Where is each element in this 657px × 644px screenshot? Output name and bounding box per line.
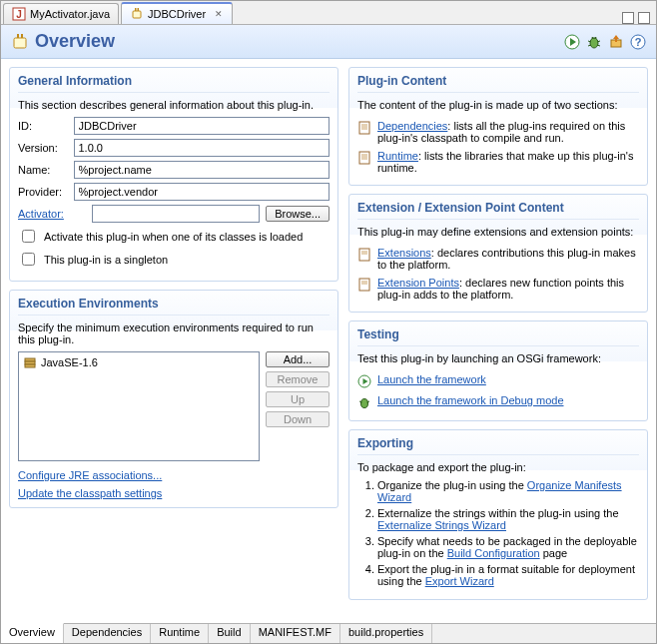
plugin-icon [130,7,144,21]
svg-rect-25 [359,122,369,134]
extension-points-link[interactable]: Extension Points [377,277,459,289]
svg-rect-36 [359,279,369,291]
svg-rect-3 [135,8,137,11]
svg-point-10 [590,38,598,48]
id-label: ID: [18,120,74,132]
svg-rect-4 [138,8,140,11]
svg-point-41 [361,399,368,408]
page-title: Overview [35,31,115,52]
tab-build-properties[interactable]: build.properties [340,624,432,643]
list-item: Externalize the strings within the plug-… [377,507,639,531]
browse-button[interactable]: Browse... [266,206,329,222]
item-text: Dependencies: lists all the plug-ins req… [377,120,639,144]
debug-icon [357,395,371,409]
add-button[interactable]: Add... [266,351,329,367]
section-title: Extension / Extension Point Content [357,201,639,220]
list-item: Export the plug-in in a format suitable … [377,563,639,587]
item-text: Extension Points: declares new function … [377,277,639,301]
section-title: Exporting [357,436,639,455]
svg-point-15 [592,37,594,39]
extension-content-section: Extension / Extension Point Content This… [348,194,648,313]
dependencies-link[interactable]: Dependencies [377,120,447,132]
page-icon [357,151,371,165]
launch-link[interactable]: Launch the framework [377,373,486,385]
remove-button[interactable]: Remove [266,371,329,387]
svg-rect-24 [25,364,35,367]
plugin-icon [11,33,29,51]
extensions-link[interactable]: Extensions [377,247,431,259]
tab-build[interactable]: Build [209,624,250,643]
run-icon [357,374,371,388]
testing-section: Testing Test this plug-in by launching a… [348,321,648,421]
down-button[interactable]: Down [266,411,329,427]
externalize-strings-link[interactable]: Externalize Strings Wizard [377,519,506,531]
section-title: Testing [357,327,639,346]
page-icon [357,278,371,292]
page-icon [357,248,371,262]
section-title: Plug-in Content [357,74,639,93]
name-label: Name: [18,164,74,176]
export-wizard-link[interactable]: Export Wizard [425,575,494,587]
svg-rect-6 [17,34,19,38]
section-title: General Information [18,74,329,93]
tab-manifest[interactable]: MANIFEST.MF [251,624,340,643]
version-label: Version: [18,142,74,154]
tab-runtime[interactable]: Runtime [151,624,209,643]
tab-dependencies[interactable]: Dependencies [64,624,151,643]
provider-field[interactable] [74,183,330,201]
list-item[interactable]: JavaSE-1.6 [21,354,257,370]
provider-label: Provider: [18,186,74,198]
minimize-icon[interactable] [622,12,634,24]
svg-rect-33 [359,249,369,261]
section-desc: To package and export the plug-in: [357,461,639,473]
export-icon[interactable] [608,34,624,50]
activate-label: Activate this plug-in when one of its cl… [44,231,303,243]
page-icon [357,121,371,135]
maximize-icon[interactable] [638,12,650,24]
editor-tabs: J MyActivator.java JDBCDriver ✕ [1,1,656,25]
export-steps: Organize the plug-in using the Organize … [377,479,639,587]
debug-icon[interactable] [586,34,602,50]
editor-tab-jdbcdriver[interactable]: JDBCDriver ✕ [121,2,233,24]
jre-library-icon [23,355,37,369]
section-desc: This section describes general informati… [18,99,329,111]
editor-tab-label: JDBCDriver [148,8,206,20]
java-file-icon: J [12,7,26,21]
singleton-checkbox[interactable] [22,253,35,266]
configure-jre-link[interactable]: Configure JRE associations... [18,469,162,481]
section-desc: Specify the minimum execution environmen… [18,322,329,345]
run-icon[interactable] [564,34,580,50]
page-tabs: Overview Dependencies Runtime Build MANI… [1,623,656,643]
exporting-section: Exporting To package and export the plug… [348,429,648,600]
item-text: Runtime: lists the libraries that make u… [377,150,639,174]
editor-tab-myactivator[interactable]: J MyActivator.java [3,3,119,24]
name-field[interactable] [74,161,330,179]
section-desc: This plug-in may define extensions and e… [357,226,639,238]
svg-text:J: J [16,9,22,20]
activator-link[interactable]: Activator: [18,208,64,220]
titlebar-controls [622,12,656,24]
section-title: Execution Environments [18,297,329,316]
section-desc: Test this plug-in by launching an OSGi f… [357,352,639,364]
activate-checkbox[interactable] [22,230,35,243]
activator-field[interactable] [92,205,260,223]
svg-point-16 [595,37,597,39]
up-button[interactable]: Up [266,391,329,407]
version-field[interactable] [74,139,330,157]
runtime-link[interactable]: Runtime [377,150,418,162]
tab-overview[interactable]: Overview [1,623,64,643]
help-icon[interactable]: ? [630,34,646,50]
svg-rect-29 [359,152,369,164]
section-desc: The content of the plug-in is made up of… [357,99,639,111]
svg-rect-2 [133,11,141,18]
launch-debug-link[interactable]: Launch the framework in Debug mode [377,394,564,406]
form-header: Overview ? [1,25,656,59]
update-classpath-link[interactable]: Update the classpath settings [18,487,162,499]
close-icon[interactable]: ✕ [214,9,224,19]
exec-env-list[interactable]: JavaSE-1.6 [18,351,260,461]
svg-rect-7 [21,34,23,38]
header-toolbar: ? [564,34,646,50]
list-item: Organize the plug-in using the Organize … [377,479,639,503]
id-field[interactable] [74,117,330,135]
build-configuration-link[interactable]: Build Configuration [447,547,540,559]
